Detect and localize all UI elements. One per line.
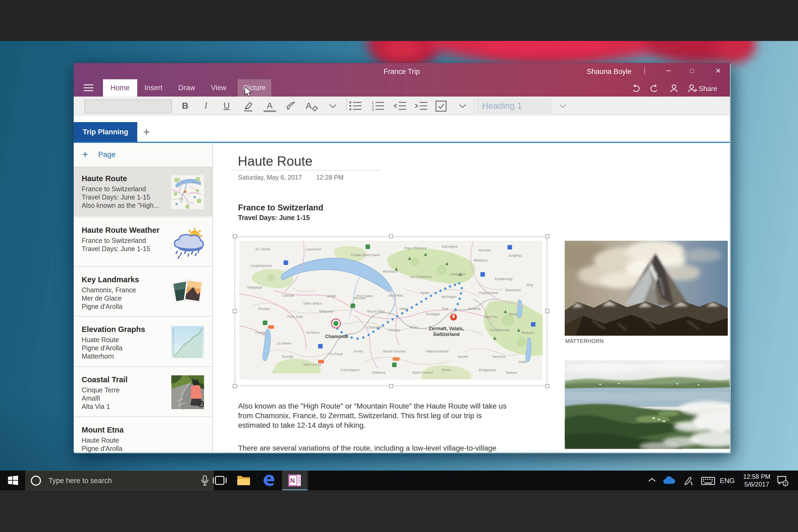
svg-text:N: N [290,477,295,484]
svg-text:Rumilly: Rumilly [282,355,293,359]
svg-text:2: 2 [785,481,786,486]
svg-text:Chatel-Saint-Denis: Chatel-Saint-Denis [351,253,380,257]
svg-text:Lausanne: Lausanne [306,247,321,251]
svg-text:Saint-Jeans: Saint-Jeans [303,301,322,305]
svg-text:Frangy: Frangy [255,331,266,335]
svg-text:Val d'Illiez: Val d'Illiez [388,293,403,298]
svg-text:San Fee: San Fee [484,315,497,319]
svg-text:Catrava: Catrava [282,293,294,298]
svg-text:Zeal: Zeal [441,307,448,311]
svg-text:Wines: Wines [441,368,451,372]
svg-text:Chamonix: Chamonix [325,334,348,339]
svg-text:Bellgarda: Bellgarda [247,285,262,289]
svg-text:Le Faud: Le Faud [330,352,343,356]
svg-text:Zermatt, Valais,: Zermatt, Valais, [429,326,464,331]
svg-text:Susteges: Susteges [425,312,440,316]
svg-text:Tavena: Tavena [506,370,517,375]
svg-text:Dansegrat: Dansegrat [441,244,457,248]
svg-text:Malgraue: Malgraue [319,309,334,314]
svg-text:3: 3 [372,108,374,111]
svg-text:Raschtein: Raschtein [506,288,521,292]
svg-text:Adelboden: Adelboden [450,272,466,276]
svg-text:Domanlosola: Domanlosola [490,328,510,332]
svg-text:Switzerland: Switzerland [433,332,460,337]
svg-text:Kandersteg: Kandersteg [495,277,513,281]
svg-text:Brig: Brig [527,283,533,287]
svg-text:Langshaumas: Langshaumas [250,264,272,268]
svg-text:Breuil-Cervinia: Breuil-Cervinia [383,349,406,353]
svg-text:Vanzone: Vanzone [492,355,506,359]
svg-text:Varpa: Varpa [508,312,517,316]
svg-text:Les Diablerets: Les Diablerets [410,275,432,279]
svg-text:Pella: Pella [519,360,527,364]
svg-text:La Balme: La Balme [277,341,291,345]
svg-text:St. Cloule: St. Cloule [255,247,270,251]
svg-text:A: A [306,101,312,111]
svg-text:Veltier: Veltier [399,307,409,311]
svg-text:Arolla: Arolla [410,325,419,329]
svg-text:Ayent: Ayent [420,291,429,295]
svg-text:Pays d'Enhaut: Pays d'Enhaut [404,246,427,250]
svg-text:Fenney: Fenney [388,328,400,332]
svg-text:Valtourmanche: Valtourmanche [425,349,449,353]
svg-text:Dellama: Dellama [373,370,385,375]
svg-text:Montreux: Montreux [383,269,398,273]
svg-text:Share: Share [699,84,717,93]
svg-text:Goppenstein: Goppenstein [479,291,498,295]
svg-text:Peryaul: Peryaul [258,307,270,311]
svg-text:Saint-Vincent: Saint-Vincent [412,370,433,375]
svg-text:Malesco: Malesco [521,331,534,335]
svg-text:Mount Rela: Mount Rela [367,309,385,314]
svg-text:Champex: Champex [367,325,382,329]
svg-text:Evolene: Evolene [468,307,481,311]
svg-text:Saint-Jones: Saint-Jones [303,363,322,366]
svg-text:Borgasesia: Borgasesia [479,368,496,372]
svg-text:Verallo: Verallo [457,355,468,359]
svg-text:Pera Juan: Pera Juan [287,315,303,319]
svg-text:Courmayeur: Courmayeur [341,368,360,372]
svg-text:Ferrel: Ferrel [354,349,363,353]
svg-text:Bolge: Bolge [327,294,336,298]
svg-text:St-Pierre: St-Pierre [306,331,320,335]
svg-text:Wildhaus: Wildhaus [474,258,488,262]
svg-text:Jungfrau: Jungfrau [508,253,521,258]
svg-text:Munsen: Munsen [479,248,491,252]
svg-text:Mt.Rogen: Mt.Rogen [441,295,456,299]
svg-text:Morcles: Morcles [354,296,366,300]
